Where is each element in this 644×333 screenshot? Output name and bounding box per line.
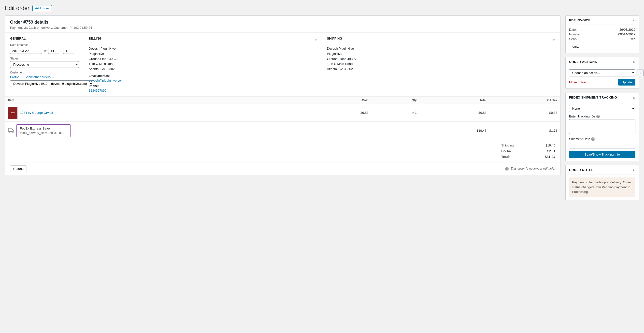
shipping-edit-icon[interactable]: ✏ bbox=[552, 38, 555, 42]
product-total: $9.88 bbox=[420, 104, 490, 122]
billing-address2: 18th C Main Road bbox=[89, 62, 317, 66]
shipping-section-title: Shipping bbox=[327, 36, 342, 40]
add-order-button[interactable]: Add order bbox=[32, 5, 52, 11]
tracking-ids-label: Enter Tracking IDs ? bbox=[569, 114, 636, 118]
grand-total-value: $31.94 bbox=[545, 155, 555, 159]
billing-name: Devesh PluginHive bbox=[89, 46, 317, 51]
tracking-ids-help-icon: ? bbox=[596, 115, 600, 118]
shipping-address2: 18th C Main Road bbox=[327, 62, 556, 66]
product-name-link[interactable]: 1984 by George Orwell bbox=[20, 111, 53, 114]
order-items-table: Item Cost Qty Total GA Tax bbox=[5, 96, 560, 140]
pdf-invoice-body: Date: 29/03/2019 Number: 00014-2019 Sent… bbox=[566, 25, 639, 53]
shipping-city-state: Atlanta, GA 30302 bbox=[327, 66, 556, 72]
date-input[interactable] bbox=[10, 48, 42, 54]
shipping-method-cell: FedEx Express Saver fedex_delivery_time:… bbox=[8, 124, 307, 137]
fedex-meta-value: April 3, 2019 bbox=[48, 131, 64, 135]
col-cost: Cost bbox=[310, 96, 372, 104]
order-actions-widget: Order actions ▲ Choose an action... Emai… bbox=[565, 57, 639, 89]
shipping-cost bbox=[310, 122, 372, 140]
shipment-date-label: Shipment Date ? bbox=[569, 137, 636, 141]
pdf-invoice-chevron: ▲ bbox=[632, 18, 636, 22]
fedex-shipping-box: FedEx Express Saver fedex_delivery_time:… bbox=[16, 124, 70, 137]
not-editable-text: This order is no longer editable. bbox=[510, 166, 555, 170]
hour-input[interactable] bbox=[48, 48, 59, 54]
shipping-total-label: Shipping: bbox=[501, 144, 514, 147]
pdf-date-value: 29/03/2019 bbox=[620, 28, 636, 32]
customer-select[interactable]: Devesh PluginHive (#12 – devesh@pluginhi… bbox=[10, 80, 93, 87]
fedex-tracking-body: None FedEx UPS USPS Enter Tracking IDs ?… bbox=[566, 102, 639, 161]
ga-tax-label: GA Tax: bbox=[501, 149, 512, 153]
shipment-date-help-icon: ? bbox=[591, 138, 594, 141]
fedex-carrier-select[interactable]: None FedEx UPS USPS bbox=[569, 105, 636, 112]
sidebar: PDF Invoice ▲ Date: 29/03/2019 Number: 0… bbox=[565, 16, 639, 204]
general-section: General Date created: @ : bbox=[10, 36, 79, 92]
pdf-sent-value: Yes bbox=[630, 37, 636, 41]
order-totals: Shipping: $19.45 GA Tax: $2.61 Total: $3… bbox=[5, 140, 560, 162]
pdf-invoice-title: PDF Invoice bbox=[569, 18, 590, 22]
order-heading: Order #759 details bbox=[10, 20, 555, 25]
customer-label: Customer: bbox=[10, 71, 79, 74]
fedex-meta-key: fedex_delivery_time: bbox=[20, 131, 47, 135]
fedex-delivery-meta: fedex_delivery_time: April 3, 2019 bbox=[20, 131, 67, 135]
page-title: Edit order bbox=[5, 5, 30, 12]
billing-edit-icon[interactable]: ✏ bbox=[314, 38, 317, 42]
table-row: 1984 1984 by George Orwell $9.88 × 1 $9.… bbox=[5, 104, 560, 122]
order-payment-info: Payment via Cash on delivery. Customer I… bbox=[10, 26, 555, 30]
col-qty: Qty bbox=[372, 96, 420, 104]
update-button[interactable]: Update bbox=[618, 79, 636, 86]
fedex-tracking-widget: FedEx Shipment Tracking ▲ None FedEx UPS… bbox=[565, 93, 639, 161]
shipping-address1: Ground Floor, 493/A bbox=[327, 56, 556, 62]
product-thumbnail: 1984 bbox=[8, 107, 18, 119]
product-cell: 1984 1984 by George Orwell bbox=[8, 107, 307, 119]
move-to-trash-link[interactable]: Move to trash bbox=[569, 80, 588, 84]
pdf-invoice-widget: PDF Invoice ▲ Date: 29/03/2019 Number: 0… bbox=[565, 16, 639, 53]
svg-rect-0 bbox=[8, 128, 12, 132]
order-actions-body: Choose an action... Email invoice / orde… bbox=[566, 66, 639, 88]
profile-link[interactable]: Profile → bbox=[10, 75, 23, 79]
fedex-tracking-title: FedEx Shipment Tracking bbox=[569, 96, 617, 99]
tracking-ids-textarea[interactable] bbox=[569, 119, 636, 134]
pdf-sent-label: Sent? bbox=[569, 37, 578, 41]
pdf-view-button[interactable]: View bbox=[569, 44, 582, 50]
billing-city-state: Atlanta, GA 30302 bbox=[89, 66, 317, 72]
col-total: Total bbox=[420, 96, 490, 104]
shipping-name: Devesh PluginHive bbox=[327, 46, 556, 51]
shipping-total-value: $19.45 bbox=[546, 144, 555, 147]
billing-company: PluginHive bbox=[89, 51, 317, 56]
product-cost: $9.88 bbox=[310, 104, 372, 122]
order-details-card: Order #759 details Payment via Cash on d… bbox=[5, 16, 560, 175]
status-select[interactable]: Processing Pending payment On hold Compl… bbox=[10, 61, 79, 68]
order-notes-widget: Order notes ▲ Payment to be made upon de… bbox=[565, 165, 639, 200]
order-actions-header[interactable]: Order actions ▲ bbox=[566, 57, 639, 66]
order-actions-chevron: ▲ bbox=[632, 60, 636, 64]
billing-email-label: Email address: bbox=[89, 74, 317, 78]
fedex-tracking-header[interactable]: FedEx Shipment Tracking ▲ bbox=[566, 93, 639, 102]
shipping-section: Shipping ✏ Devesh PluginHive PluginHive … bbox=[327, 36, 556, 92]
shipping-method-row: FedEx Express Saver fedex_delivery_time:… bbox=[5, 122, 560, 140]
order-notes-chevron: ▲ bbox=[632, 168, 636, 172]
order-notes-header[interactable]: Order notes ▲ bbox=[566, 166, 639, 174]
general-section-title: General bbox=[10, 36, 79, 40]
save-tracking-button[interactable]: Save/Show Tracking Info bbox=[569, 151, 636, 158]
svg-point-2 bbox=[12, 132, 13, 133]
at-symbol: @ bbox=[44, 49, 47, 52]
order-action-select[interactable]: Choose an action... Email invoice / orde… bbox=[569, 69, 635, 76]
order-note-item: Payment to be made upon delivery. Order … bbox=[569, 178, 636, 197]
billing-phone-label: Phone: bbox=[89, 84, 317, 88]
product-qty: × 1 bbox=[372, 104, 420, 122]
billing-phone[interactable]: 1234567890 bbox=[89, 89, 106, 92]
view-other-orders-link[interactable]: View other orders → bbox=[26, 75, 54, 79]
pdf-number-label: Number: bbox=[569, 32, 581, 36]
truck-icon bbox=[8, 128, 14, 134]
refund-button[interactable]: Refund bbox=[10, 166, 27, 172]
shipping-total: $19.45 bbox=[420, 122, 490, 140]
product-ga-tax: $0.88 bbox=[490, 104, 560, 122]
order-actions-title: Order actions bbox=[569, 60, 597, 64]
shipment-date-input[interactable] bbox=[569, 142, 636, 148]
shipping-company: PluginHive bbox=[327, 51, 556, 56]
billing-section-title: Billing bbox=[89, 36, 102, 40]
order-action-go-button[interactable]: → bbox=[636, 70, 644, 76]
minute-input[interactable] bbox=[63, 48, 74, 54]
pdf-invoice-header[interactable]: PDF Invoice ▲ bbox=[566, 16, 639, 25]
billing-email[interactable]: devesh@pluginhive.com bbox=[89, 79, 124, 82]
